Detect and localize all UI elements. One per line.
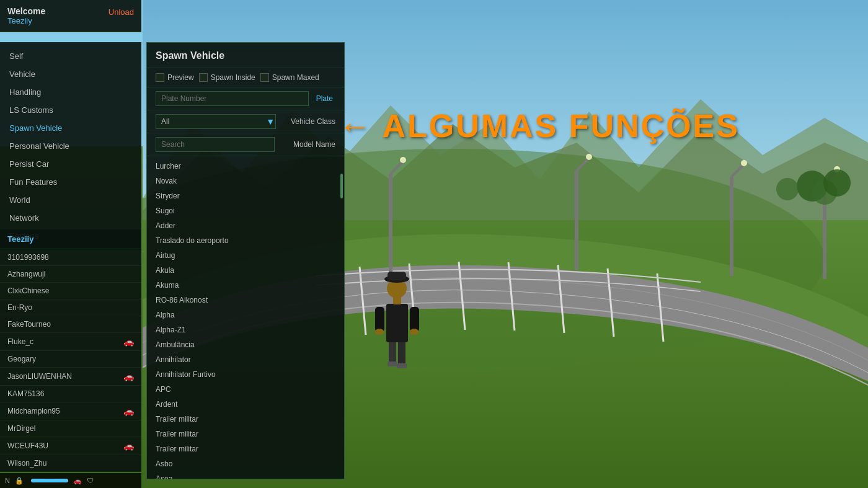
taskbar-n: N: [5, 477, 10, 484]
player-item[interactable]: En-Ryo: [0, 299, 141, 316]
class-row: All ▼ Vehicle Class: [147, 110, 344, 133]
plate-row: Plate: [147, 87, 344, 110]
vehicle-list-item[interactable]: Adder: [147, 218, 344, 233]
svg-point-27: [776, 178, 799, 200]
player-item[interactable]: MrDirgel: [0, 420, 141, 437]
spawn-inside-option[interactable]: Spawn Inside: [199, 73, 255, 82]
vehicle-list-item[interactable]: Alpha: [147, 308, 344, 322]
health-bar: [31, 479, 68, 482]
svg-point-35: [375, 329, 384, 335]
welcome-panel: Welcome Teeziiy Unload: [0, 0, 141, 32]
player-name: KAM75136: [7, 389, 44, 398]
players-panel: Teeziiy 3101993698AzhangwujiClxkChineseE…: [0, 229, 141, 472]
player-name: Geogary: [7, 355, 36, 363]
sidebar-item-world[interactable]: World: [0, 191, 141, 209]
vehicle-list-item[interactable]: Trailer militar: [147, 412, 344, 427]
player-name: ClxkChinese: [7, 286, 49, 295]
svg-rect-40: [388, 272, 406, 280]
player-name: Midchampion95: [7, 407, 60, 415]
player-car-icon: 🚗: [123, 337, 134, 347]
player-name: MrDirgel: [7, 424, 35, 433]
svg-rect-34: [410, 307, 419, 332]
svg-rect-28: [389, 341, 396, 363]
player-item[interactable]: ClxkChinese: [0, 283, 141, 299]
spawn-maxed-label: Spawn Maxed: [272, 73, 319, 82]
player-item[interactable]: JasonLIUWENHAN🚗: [0, 368, 141, 386]
sidebar-item-network[interactable]: Network: [0, 209, 141, 227]
taskbar-icon1: 🚗: [73, 477, 82, 485]
player-item[interactable]: Geogary: [0, 351, 141, 368]
taskbar-lock: 🔒: [15, 477, 24, 485]
search-input[interactable]: [156, 137, 275, 152]
player-item[interactable]: WCEUF43U🚗: [0, 437, 141, 455]
vehicle-list-item[interactable]: Trailer militar: [147, 427, 344, 441]
vehicle-list-item[interactable]: Akula: [147, 263, 344, 278]
vehicle-list-item[interactable]: Trailer militar: [147, 441, 344, 456]
spawn-options-row: Preview Spawn Inside Spawn Maxed: [147, 68, 344, 87]
spawn-maxed-checkbox[interactable]: [260, 73, 269, 82]
vehicle-list-item[interactable]: Asbo: [147, 456, 344, 471]
vehicle-list-item[interactable]: Annihilator Furtivo: [147, 367, 344, 382]
username-label: Teeziiy: [7, 16, 134, 25]
vehicle-list-item[interactable]: RO-86 Alkonost: [147, 293, 344, 308]
vehicle-list-item[interactable]: Alpha-Z1: [147, 322, 344, 337]
player-item[interactable]: Midchampion95🚗: [0, 402, 141, 420]
sidebar-item-ls-customs[interactable]: LS Customs: [0, 101, 141, 119]
svg-point-36: [410, 329, 418, 335]
vehicle-list-item[interactable]: Ambulância: [147, 337, 344, 352]
vehicle-list-item[interactable]: Annihilator: [147, 352, 344, 367]
vehicle-list-item[interactable]: APC: [147, 382, 344, 397]
vehicle-list-item[interactable]: Akuma: [147, 278, 344, 293]
vehicle-list-item[interactable]: Traslado do aeroporto: [147, 233, 344, 248]
player-name: WCEUF43U: [7, 441, 48, 450]
preview-checkbox[interactable]: [156, 73, 164, 82]
sidebar-item-self[interactable]: Self: [0, 47, 141, 65]
vehicle-list-item[interactable]: Lurcher: [147, 159, 344, 174]
annotation-overlay: ← ALGUMAS FUNÇÕES: [339, 107, 740, 144]
taskbar: N 🔒 🚗 🛡: [0, 473, 141, 488]
vehicle-class-select[interactable]: All: [156, 114, 276, 129]
vehicle-list-item[interactable]: Ardent: [147, 397, 344, 412]
vehicle-list-item[interactable]: Stryder: [147, 189, 344, 203]
player-car-icon: 🚗: [123, 441, 134, 451]
sidebar-item-vehicle[interactable]: Vehicle: [0, 65, 141, 83]
unload-button[interactable]: Unload: [108, 7, 134, 17]
preview-option[interactable]: Preview: [156, 73, 194, 82]
svg-point-26: [823, 169, 851, 197]
sidebar-item-fun-features[interactable]: Fun Features: [0, 173, 141, 191]
sidebar-item-spawn-vehicle[interactable]: Spawn Vehicle: [0, 119, 141, 137]
sidebar-item-handling[interactable]: Handling: [0, 83, 141, 101]
player-item[interactable]: FakeTourneo: [0, 316, 141, 333]
vehicle-list: LurcherNovakStryderSugoiAdderTraslado do…: [147, 156, 344, 479]
player-car-icon: 🚗: [123, 371, 134, 381]
spawn-inside-checkbox[interactable]: [199, 73, 208, 82]
plate-input[interactable]: [156, 91, 309, 106]
model-name-label: Model Name: [280, 140, 335, 149]
scroll-indicator: [340, 174, 343, 198]
spawn-maxed-option[interactable]: Spawn Maxed: [260, 73, 319, 82]
player-item[interactable]: 3101993698: [0, 249, 141, 266]
spawn-inside-label: Spawn Inside: [211, 73, 255, 82]
svg-rect-30: [388, 362, 397, 366]
player-name: JasonLIUWENHAN: [7, 372, 72, 381]
vehicle-list-item[interactable]: Sugoi: [147, 203, 344, 218]
player-item[interactable]: Fluke_c🚗: [0, 333, 141, 351]
player-name: Wilson_Zhu: [7, 459, 46, 468]
player-car-icon: 🚗: [123, 406, 134, 416]
svg-point-20: [741, 160, 747, 166]
players-header: Teeziiy: [0, 229, 141, 249]
spawn-vehicle-panel: Spawn Vehicle Preview Spawn Inside Spawn…: [146, 42, 345, 479]
taskbar-icon2: 🛡: [87, 477, 94, 484]
svg-point-17: [586, 154, 592, 160]
player-item[interactable]: Wilson_Zhu: [0, 455, 141, 472]
player-item[interactable]: Azhangwuji: [0, 266, 141, 283]
player-name: Fluke_c: [7, 337, 33, 346]
vehicle-list-item[interactable]: Novak: [147, 174, 344, 189]
search-row: Model Name: [147, 133, 344, 156]
vehicle-list-item[interactable]: Airtug: [147, 248, 344, 263]
plate-button[interactable]: Plate: [314, 92, 335, 105]
sidebar-item-personal-vehicle[interactable]: Personal Vehicle: [0, 137, 141, 155]
player-item[interactable]: KAM75136: [0, 386, 141, 402]
vehicle-list-item[interactable]: Asea: [147, 471, 344, 479]
sidebar-item-persist-car[interactable]: Persist Car: [0, 155, 141, 173]
